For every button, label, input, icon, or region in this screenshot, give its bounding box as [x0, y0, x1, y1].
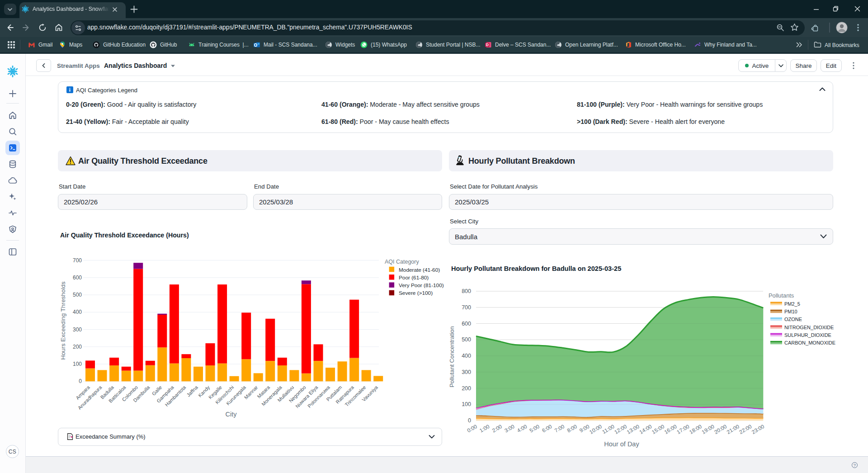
svg-text:AQI Category: AQI Category — [385, 259, 419, 265]
svg-text:Jaffna: Jaffna — [185, 384, 199, 398]
svg-text:12:00: 12:00 — [613, 423, 628, 435]
svg-text:17:00: 17:00 — [676, 423, 691, 435]
svg-text:100: 100 — [462, 401, 471, 407]
svg-text:Pollutants: Pollutants — [769, 292, 794, 299]
svg-text:13:00: 13:00 — [626, 423, 641, 435]
svg-text:7:00: 7:00 — [553, 423, 566, 434]
svg-text:500: 500 — [462, 336, 471, 343]
svg-text:22:00: 22:00 — [738, 423, 753, 435]
svg-text:21:00: 21:00 — [726, 423, 741, 435]
svg-text:11:00: 11:00 — [601, 423, 616, 435]
svg-text:NITROGEN_DIOXIDE: NITROGEN_DIOXIDE — [784, 325, 834, 330]
svg-text:200: 200 — [462, 385, 471, 392]
svg-text:5:00: 5:00 — [528, 423, 541, 434]
svg-text:2:00: 2:00 — [491, 423, 503, 434]
svg-text:Hour of Day: Hour of Day — [604, 440, 639, 448]
svg-text:100: 100 — [73, 361, 82, 367]
svg-text:600: 600 — [462, 321, 471, 327]
svg-text:D: D — [486, 43, 489, 47]
svg-text:23:00: 23:00 — [750, 423, 765, 435]
svg-text:400: 400 — [73, 309, 82, 315]
svg-text:PM2_5: PM2_5 — [784, 301, 800, 307]
svg-text:19:00: 19:00 — [701, 423, 716, 435]
svg-text:15:00: 15:00 — [651, 423, 665, 435]
svg-text:9:00: 9:00 — [578, 423, 590, 434]
svg-text:Moderate (41-60): Moderate (41-60) — [399, 267, 440, 273]
svg-text:City: City — [226, 411, 237, 418]
svg-text:300: 300 — [462, 369, 471, 375]
svg-text:700: 700 — [73, 257, 82, 264]
svg-text:20:00: 20:00 — [713, 423, 728, 435]
svg-text:200: 200 — [73, 344, 82, 350]
svg-text:500: 500 — [73, 292, 82, 298]
svg-text:Hours Exceeding Thresholds: Hours Exceeding Thresholds — [60, 281, 66, 359]
svg-text:Very Poor (81-100): Very Poor (81-100) — [399, 282, 444, 289]
svg-text:1:00: 1:00 — [478, 423, 491, 434]
svg-text:0: 0 — [79, 378, 82, 384]
svg-text:PM10: PM10 — [784, 309, 797, 314]
svg-text:4:00: 4:00 — [516, 423, 528, 434]
svg-text:800: 800 — [462, 288, 471, 294]
svg-text:700: 700 — [462, 304, 471, 311]
svg-text:6:00: 6:00 — [541, 423, 553, 434]
svg-text:0: 0 — [468, 417, 471, 424]
svg-text:0:00: 0:00 — [466, 423, 478, 434]
svg-text:18:00: 18:00 — [688, 423, 703, 435]
svg-text:16:00: 16:00 — [663, 423, 678, 435]
svg-text:400: 400 — [462, 353, 471, 359]
svg-text:3:00: 3:00 — [504, 423, 516, 434]
svg-text:Pollutant Concentration: Pollutant Concentration — [448, 326, 455, 387]
svg-text:600: 600 — [73, 274, 82, 281]
svg-text:Poor (61-80): Poor (61-80) — [399, 274, 429, 281]
svg-text:14:00: 14:00 — [638, 423, 653, 435]
svg-text:8:00: 8:00 — [566, 423, 578, 434]
svg-text:OZONE: OZONE — [784, 317, 802, 322]
svg-text:CARBON_MONOXIDE: CARBON_MONOXIDE — [784, 340, 835, 345]
svg-text:Severe (>100): Severe (>100) — [399, 290, 433, 296]
svg-text:Mannar: Mannar — [243, 384, 259, 400]
svg-text:300: 300 — [73, 326, 82, 333]
svg-text:10:00: 10:00 — [588, 423, 603, 435]
svg-text:SULPHUR_DIOXIDE: SULPHUR_DIOXIDE — [784, 332, 831, 338]
